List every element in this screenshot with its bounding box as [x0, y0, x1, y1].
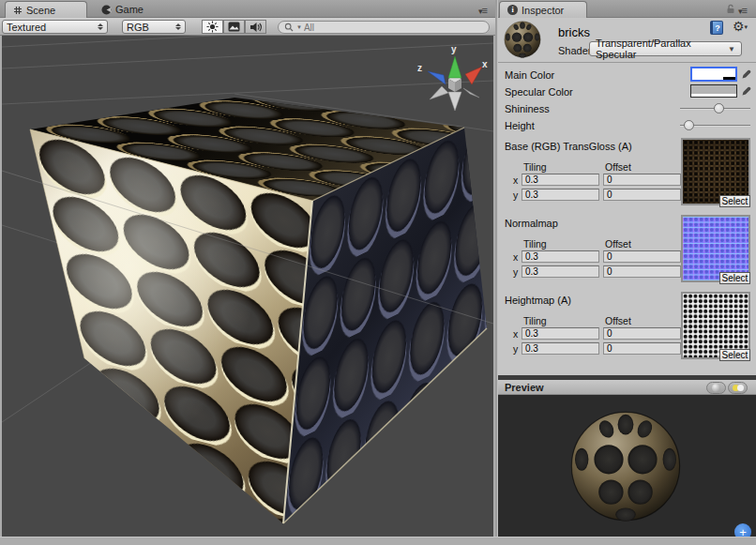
offset-y-field[interactable]: [603, 265, 681, 278]
offset-x-field[interactable]: [603, 327, 681, 340]
shader-label: Shader: [558, 45, 591, 56]
material-ball-icon: [504, 21, 541, 58]
search-icon: [284, 23, 295, 33]
x-axis-label: x: [513, 328, 518, 340]
offset-header: Offset: [605, 315, 631, 326]
scene-grid-icon: [13, 6, 23, 15]
sun-icon: [206, 21, 219, 33]
scene-audio-toggle[interactable]: [245, 20, 266, 34]
gizmo-y-label[interactable]: y: [451, 44, 457, 54]
tiling-header: Tiling: [523, 315, 547, 326]
tab-inspector[interactable]: i Inspector: [499, 1, 587, 18]
material-name: bricks: [558, 25, 590, 39]
scene-lighting-toggle[interactable]: [202, 20, 223, 34]
y-axis-label: y: [513, 343, 518, 355]
preview-title: Preview: [505, 382, 544, 393]
scene-skybox-toggle[interactable]: [223, 20, 245, 34]
scene-tabbar: Scene Game ▾≡: [0, 0, 495, 18]
select-button[interactable]: Select: [719, 349, 750, 361]
eyedropper-icon[interactable]: [741, 84, 752, 97]
preview-plus-button[interactable]: +: [734, 523, 751, 537]
x-axis-label: x: [513, 251, 518, 263]
tab-scene[interactable]: Scene: [5, 1, 87, 18]
search-input[interactable]: [304, 23, 463, 33]
texture-label: Normalmap: [505, 218, 558, 229]
tiling-y-field[interactable]: [522, 342, 599, 355]
texture-section-heightmap: Heightmap (A) Tiling Offset x y Select: [498, 292, 756, 369]
height-slider[interactable]: [680, 119, 750, 131]
offset-x-field[interactable]: [603, 250, 681, 263]
offset-header: Offset: [605, 238, 631, 250]
main-color-swatch[interactable]: [690, 67, 737, 82]
offset-header: Offset: [605, 161, 631, 173]
shininess-label: Shininess: [505, 103, 550, 114]
select-button[interactable]: Select: [719, 272, 750, 284]
slider-thumb[interactable]: [714, 103, 724, 114]
render-mode-dropdown[interactable]: Textured: [2, 20, 108, 34]
inspector-window-menu-icon[interactable]: ▾≡: [738, 5, 747, 16]
select-button[interactable]: Select: [719, 195, 750, 207]
help-icon[interactable]: ?: [710, 21, 723, 35]
x-axis-label: x: [513, 174, 518, 186]
tiling-header: Tiling: [523, 161, 547, 173]
scene-toolbar: Textured RGB: [0, 18, 495, 36]
eyedropper-icon[interactable]: [741, 68, 752, 80]
sphere-icon: [712, 384, 720, 392]
slider-thumb[interactable]: [684, 120, 694, 130]
texture-label: Base (RGB) TransGloss (A): [505, 141, 632, 152]
tiling-x-field[interactable]: [522, 327, 599, 340]
search-filter-arrow-icon: ▼: [296, 24, 302, 30]
image-icon: [228, 22, 240, 32]
scene-panel: Scene Game ▾≡ Textured RGB: [0, 0, 495, 545]
inspector-panel: i Inspector ▾≡ bricks Shader Transparent…: [498, 0, 756, 545]
specular-color-label: Specular Color: [505, 86, 573, 98]
tiling-x-field[interactable]: [522, 250, 599, 263]
speaker-icon: [249, 22, 262, 33]
gear-icon[interactable]: ⚙▾: [733, 19, 748, 34]
offset-x-field[interactable]: [603, 174, 681, 186]
shader-dropdown[interactable]: Transparent/Parallax Specular ▼: [589, 41, 742, 56]
info-icon: i: [507, 5, 518, 15]
texture-label: Heightmap (A): [505, 295, 571, 306]
render-mode-value: Textured: [7, 22, 46, 33]
preview-titlebar[interactable]: Preview: [498, 380, 756, 395]
alpha-bar: [691, 94, 736, 97]
preview-material-sphere: [567, 410, 684, 522]
main-color-label: Main Color: [505, 69, 554, 81]
y-axis-label: y: [513, 266, 518, 278]
material-header: bricks Shader Transparent/Parallax Specu…: [498, 18, 756, 63]
y-axis-label: y: [513, 189, 518, 201]
channels-dropdown[interactable]: RGB: [122, 20, 186, 34]
updown-arrows-icon: [98, 23, 103, 30]
tiling-y-field[interactable]: [522, 265, 599, 278]
gizmo-z-label[interactable]: z: [417, 63, 422, 73]
tiling-x-field[interactable]: [522, 174, 599, 186]
tiling-header: Tiling: [523, 238, 547, 250]
gizmo-x-label[interactable]: x: [482, 59, 488, 69]
unity-game-icon: [101, 5, 112, 15]
updown-arrows-icon: [175, 23, 181, 30]
offset-y-field[interactable]: [603, 189, 681, 201]
height-label: Height: [505, 120, 535, 131]
alpha-bar: [692, 77, 735, 80]
tab-scene-label: Scene: [26, 5, 55, 16]
tab-game-label: Game: [115, 4, 144, 15]
inspector-tabbar: i Inspector ▾≡: [498, 0, 756, 18]
preview-lighting-button[interactable]: [728, 382, 748, 394]
texture-section-base: Base (RGB) TransGloss (A) Tiling Offset …: [498, 138, 756, 215]
offset-y-field[interactable]: [603, 342, 681, 355]
scene-search-field[interactable]: ▼: [278, 21, 490, 34]
shininess-slider[interactable]: [680, 102, 750, 114]
preview-sphere-button[interactable]: [706, 382, 726, 394]
shader-value: Transparent/Parallax Specular: [596, 38, 728, 60]
material-preview-area[interactable]: +: [498, 395, 756, 537]
lock-icon[interactable]: [726, 4, 735, 14]
light-dot-icon: [737, 385, 744, 391]
tab-game[interactable]: Game: [96, 1, 149, 18]
texture-section-normalmap: Normalmap Tiling Offset x y Select: [498, 215, 756, 292]
specular-color-swatch[interactable]: [690, 84, 737, 98]
window-bottom-frame: [0, 537, 756, 545]
scene-3d-viewport[interactable]: y x z: [2, 36, 493, 537]
scene-window-menu-icon[interactable]: ▾≡: [478, 5, 487, 16]
tiling-y-field[interactable]: [522, 189, 599, 201]
